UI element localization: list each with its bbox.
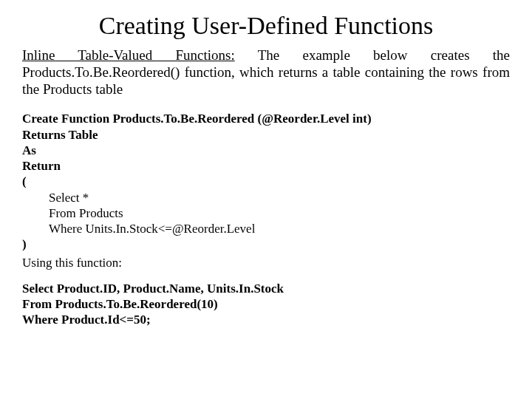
usage-query: Select Product.ID, Product.Name, Units.I… (22, 281, 510, 328)
slide-title: Creating User-Defined Functions (22, 12, 510, 40)
query-line: Select Product.ID, Product.Name, Units.I… (22, 281, 510, 296)
code-line: ( (22, 174, 510, 189)
code-line: Create Function Products.To.Be.Reordered… (22, 111, 510, 126)
intro-heading: Inline Table-Valued Functions: (22, 47, 235, 63)
function-definition: Create Function Products.To.Be.Reordered… (22, 111, 510, 252)
code-line: As (22, 143, 510, 158)
code-line: Where Units.In.Stock<=@Reorder.Level (22, 221, 510, 236)
code-line: From Products (22, 205, 510, 221)
using-label: Using this function: (22, 256, 510, 270)
code-line: Select * (22, 190, 510, 205)
code-line: Return (22, 158, 510, 174)
intro-paragraph: Inline Table-Valued Functions: The examp… (22, 47, 510, 98)
code-line: ) (22, 236, 510, 252)
slide: Creating User-Defined Functions Inline T… (0, 0, 532, 335)
query-line: Where Product.Id<=50; (22, 312, 510, 327)
code-line: Returns Table (22, 127, 510, 143)
query-line: From Products.To.Be.Reordered(10) (22, 296, 510, 312)
